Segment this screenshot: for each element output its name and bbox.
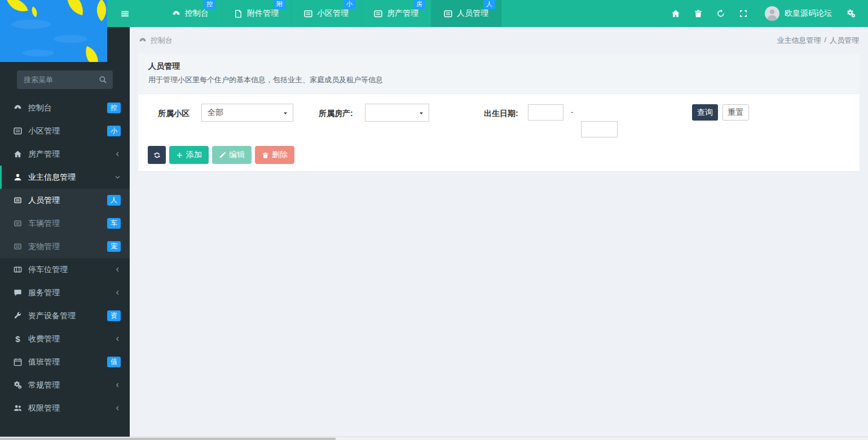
pencil-icon [219,152,226,159]
form-icon [14,220,22,227]
tab-people[interactable]: 人员管理 人 [431,0,501,27]
query-button[interactable]: 查询 [692,104,718,121]
edit-button[interactable]: 编辑 [212,146,252,164]
sidebar-item-duty[interactable]: 值班管理 值 [0,350,130,374]
trash-icon [694,9,703,18]
user-menu[interactable]: 欧皇源码论坛 [755,6,840,21]
navbar-tabs: 控制台 控 附件管理 附 小区管理 小 房产管理 房 人员管理 人 [160,0,501,27]
sidebar-item-property[interactable]: 房产管理 [0,143,130,166]
refresh-button[interactable] [148,146,166,164]
chevron-left-icon [114,382,121,388]
date-range-separator: - [571,108,574,117]
cogs-icon [14,381,22,389]
tab-community[interactable]: 小区管理 小 [292,0,362,27]
sidebar-item-console[interactable]: 控制台 控 [0,96,130,119]
tab-label: 小区管理 [317,8,349,19]
breadcrumb-console-link[interactable]: 控制台 [151,35,173,46]
form-icon [304,10,312,18]
sidebar-item-label: 权限管理 [28,403,114,414]
sidebar-item-pet[interactable]: 宠物管理 宠 [0,235,130,258]
home-icon [671,9,680,18]
delete-button-label: 删除 [272,150,288,160]
sidebar-item-people[interactable]: 人员管理 人 [0,189,130,212]
community-label: 所属小区 [158,109,190,119]
logo [0,0,107,62]
horizontal-scrollbar[interactable] [0,437,868,440]
sidebar-item-badge: 资 [107,310,121,321]
birthdate-label: 出生日期: [484,109,518,119]
sidebar-item-label: 收费管理 [28,334,114,344]
table-toolbar: 添加 编辑 删除 [148,146,294,164]
breadcrumb-right: 业主信息管理 / 人员管理 [777,35,859,46]
gauge-icon [14,104,22,112]
breadcrumb-separator: / [824,35,826,46]
chevron-left-icon [114,151,121,157]
navbar-right: 欧皇源码论坛 [664,0,868,27]
sidebar-item-label: 值班管理 [28,357,107,367]
chevron-left-icon [114,405,121,411]
tab-property[interactable]: 房产管理 房 [362,0,431,27]
home-button[interactable] [664,0,687,27]
settings-icon [847,9,856,18]
date-from-input[interactable] [528,104,563,121]
fullscreen-button[interactable] [732,0,755,27]
sidebar-search [17,70,113,89]
sidebar-item-label: 资产设备管理 [28,311,107,321]
chat-icon [14,288,22,297]
sidebar-submenu: 人员管理 人 车辆管理 车 宠物管理 宠 [0,189,130,258]
property-label: 所属房产: [319,109,353,119]
reset-button[interactable]: 重置 [722,104,749,121]
user-avatar [765,6,779,21]
tab-label: 人员管理 [457,8,488,19]
property-select[interactable] [365,104,429,122]
clear-cache-button[interactable] [710,0,732,27]
tab-label: 房产管理 [387,8,418,19]
sidebar-item-permissions[interactable]: 权限管理 [0,397,130,420]
sidebar-item-parking[interactable]: 停车位管理 [0,258,130,281]
tab-badge: 房 [413,0,425,9]
sidebar-item-label: 控制台 [28,103,107,113]
breadcrumb-current: 人员管理 [830,35,859,46]
form-icon [444,10,452,18]
tab-console[interactable]: 控制台 控 [160,0,222,27]
user-icon [14,173,22,181]
date-to-input[interactable] [581,121,618,137]
dollar-icon: $ [14,335,22,343]
sidebar-item-vehicle[interactable]: 车辆管理 车 [0,212,130,235]
sidebar-item-label: 服务管理 [28,288,114,298]
card-header: 人员管理 用于管理小区里每个住户的基本信息，包括业主、家庭成员及租户等信息 [138,54,860,94]
form-icon [374,10,382,18]
community-select[interactable]: 全部 [201,104,293,122]
breadcrumb-parent-link[interactable]: 业主信息管理 [777,35,821,46]
close-tabs-button[interactable] [687,0,710,27]
search-icon[interactable] [99,75,107,84]
sidebar-item-label: 停车位管理 [28,265,114,275]
chevron-left-icon [114,290,121,296]
calendar-icon [14,358,22,366]
settings-button[interactable] [840,0,862,27]
form-icon [14,197,22,204]
sidebar-item-label: 小区管理 [28,126,107,136]
community-select-value: 全部 [208,108,223,118]
sidebar-item-label: 房产管理 [28,149,114,159]
plus-icon [176,152,183,159]
sidebar-item-badge: 宠 [107,241,121,252]
scrollbar-thumb[interactable] [0,438,336,440]
home-icon [14,150,22,158]
sidebar-item-charging[interactable]: $ 收费管理 [0,327,130,350]
sidebar-item-badge: 值 [107,357,121,367]
add-button[interactable]: 添加 [169,146,209,164]
sidebar-item-general[interactable]: 常规管理 [0,374,130,397]
sidebar-item-service[interactable]: 服务管理 [0,281,130,304]
sidebar-item-community[interactable]: 小区管理 小 [0,119,130,143]
menu-toggle-button[interactable] [108,0,141,27]
sidebar-item-assets[interactable]: 资产设备管理 资 [0,304,130,327]
caret-down-icon [283,110,288,116]
tab-attachments[interactable]: 附件管理 附 [222,0,292,27]
breadcrumb-left[interactable]: 控制台 [139,35,173,46]
add-button-label: 添加 [186,150,202,160]
sidebar-item-owner-info[interactable]: 业主信息管理 [0,166,130,189]
delete-button[interactable]: 删除 [255,146,294,164]
caret-down-icon [418,110,424,116]
chevron-down-icon [114,174,121,180]
